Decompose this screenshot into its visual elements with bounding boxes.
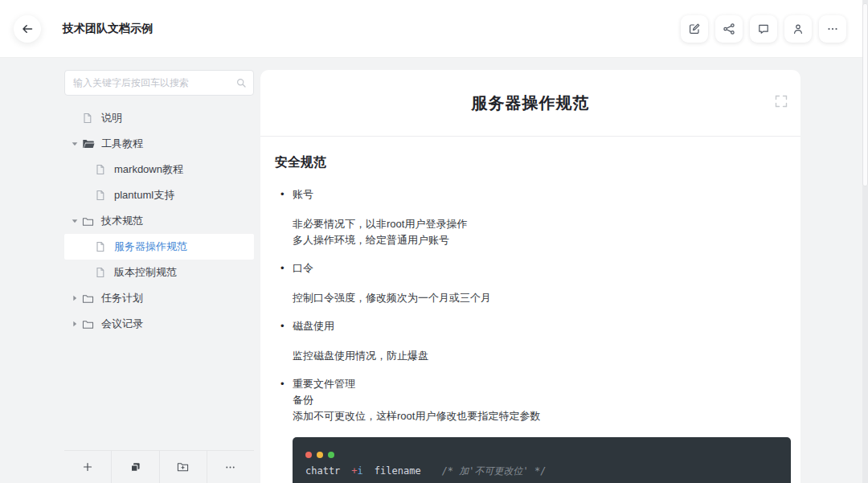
tree-item-label: 工具教程: [101, 137, 143, 151]
caret-right-icon[interactable]: [71, 294, 82, 302]
bullet-line: 多人操作环境，给定普通用户账号: [293, 232, 786, 248]
sidebar: 说明 工具教程 markdown教程 plantuml支持 技术规范 服务器操作…: [64, 70, 254, 483]
sidebar-footer: [64, 450, 254, 483]
scrollbar-thumb[interactable]: [862, 3, 868, 186]
dot-green-icon: [328, 452, 334, 458]
folder-icon: [82, 216, 96, 227]
tree-item-label: 会议记录: [101, 317, 143, 331]
list-item: 口令 控制口令强度，修改频次为一个月或三个月: [275, 261, 786, 306]
tree-item[interactable]: 会议记录: [64, 311, 254, 337]
code-flag: i: [358, 465, 363, 477]
bullet-term: 重要文件管理: [293, 377, 786, 391]
back-button[interactable]: [14, 15, 41, 43]
tree-item-label: 任务计划: [101, 291, 143, 305]
tree-item-selected[interactable]: 服务器操作规范: [64, 234, 254, 260]
caret-down-icon[interactable]: [71, 217, 82, 225]
tree-item[interactable]: plantuml支持: [64, 182, 254, 208]
tree-item[interactable]: 说明: [64, 105, 254, 131]
caret-right-icon[interactable]: [71, 320, 82, 328]
topbar-actions: [681, 15, 846, 43]
folder-icon: [82, 319, 96, 330]
list-item: 重要文件管理 备份 添加不可更改位，这样root用户修改也要指定特定参数: [275, 377, 786, 424]
section-heading: 安全规范: [275, 154, 786, 171]
tree-item[interactable]: markdown教程: [64, 157, 254, 182]
tree-item-label: 版本控制规范: [114, 265, 177, 280]
bullet-term: 口令: [293, 261, 786, 276]
bullet-line: 添加不可更改位，这样root用户修改也要指定特定参数: [293, 408, 786, 424]
document-header: 服务器操作规范: [260, 70, 800, 137]
duplicate-icon: [129, 461, 141, 473]
doc-icon: [95, 164, 108, 175]
folder-icon: [82, 293, 96, 304]
window-dots: [305, 452, 791, 458]
more-icon: [224, 461, 236, 473]
topbar: 技术团队文档示例: [0, 0, 868, 58]
bullet-line: 备份: [293, 392, 786, 408]
bullet-term: 磁盘使用: [293, 319, 786, 334]
comment-button[interactable]: [750, 15, 777, 43]
document-title: 服务器操作规范: [472, 92, 590, 114]
list-item: 磁盘使用 监控磁盘使用情况，防止爆盘: [275, 319, 786, 364]
doc-icon: [82, 113, 96, 124]
folder-plus-icon: [177, 461, 189, 473]
bullet-line: 控制口令强度，修改频次为一个月或三个月: [293, 290, 786, 306]
code-command: chattr: [305, 465, 340, 477]
bullet-line: 非必要情况下，以非root用户登录操作: [293, 216, 786, 232]
more-button[interactable]: [819, 15, 846, 43]
add-folder-button[interactable]: [160, 451, 207, 483]
page-title: 技术团队文档示例: [63, 22, 153, 36]
sidebar-more-button[interactable]: [207, 451, 254, 483]
edit-button[interactable]: [681, 15, 708, 43]
doc-icon: [95, 190, 108, 201]
list-item: 账号 非必要情况下，以非root用户登录操作 多人操作环境，给定普通用户账号: [275, 187, 786, 248]
doc-icon: [95, 241, 108, 252]
code-block: chattr+ifilename/* 加'不可更改位' */: [293, 437, 791, 483]
scrollbar-track: [862, 0, 868, 483]
code-operator: +: [351, 465, 357, 477]
share-button[interactable]: [715, 15, 743, 43]
code-line: chattr+ifilename/* 加'不可更改位' */: [305, 465, 791, 478]
code-comment: /* 加'不可更改位' */: [442, 465, 547, 477]
arrow-left-icon: [21, 23, 34, 35]
bullet-term: 账号: [293, 187, 786, 202]
bullet-line: 监控磁盘使用情况，防止爆盘: [293, 348, 786, 364]
fullscreen-button[interactable]: [773, 93, 789, 109]
code-argument: filename: [375, 465, 421, 477]
search-icon: [235, 77, 247, 88]
folder-open-icon: [82, 138, 96, 149]
fullscreen-icon: [774, 94, 788, 108]
document-tree: 说明 工具教程 markdown教程 plantuml支持 技术规范 服务器操作…: [64, 105, 254, 337]
dot-yellow-icon: [317, 452, 323, 458]
document-panel: 服务器操作规范 安全规范 账号 非必要情况下，以非root用户登录操作 多人操作…: [260, 70, 800, 483]
tree-item-label: markdown教程: [114, 162, 183, 177]
tree-item-label: 技术规范: [101, 214, 143, 228]
comment-icon: [757, 23, 770, 35]
duplicate-button[interactable]: [112, 451, 159, 483]
tree-item-label: 说明: [101, 111, 122, 125]
document-body: 安全规范 账号 非必要情况下，以非root用户登录操作 多人操作环境，给定普通用…: [260, 137, 800, 483]
search-box: [64, 70, 254, 96]
plus-icon: [82, 461, 93, 473]
user-button[interactable]: [784, 15, 812, 43]
search-input[interactable]: [65, 77, 253, 88]
edit-icon: [688, 23, 701, 35]
bullet-list: 账号 非必要情况下，以非root用户登录操作 多人操作环境，给定普通用户账号 口…: [275, 187, 786, 424]
user-icon: [792, 23, 805, 35]
doc-icon: [95, 267, 108, 278]
tree-item[interactable]: 版本控制规范: [64, 260, 254, 285]
add-doc-button[interactable]: [64, 451, 112, 483]
tree-item-label: 服务器操作规范: [114, 239, 187, 254]
tree-item-label: plantuml支持: [114, 188, 174, 203]
more-icon: [826, 23, 839, 35]
tree-item[interactable]: 技术规范: [64, 208, 254, 234]
dot-red-icon: [305, 452, 312, 458]
tree-item[interactable]: 任务计划: [64, 285, 254, 311]
share-icon: [723, 23, 735, 35]
tree-item[interactable]: 工具教程: [64, 131, 254, 157]
caret-down-icon[interactable]: [71, 140, 82, 148]
